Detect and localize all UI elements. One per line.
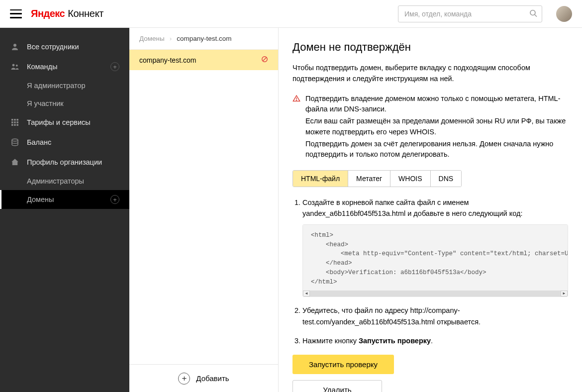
svg-rect-7 xyxy=(16,119,18,121)
sidebar: Все сотрудники Команды + Я администратор… xyxy=(0,28,129,392)
alert-line: Подтвердить домен за счёт делегирования … xyxy=(305,139,568,161)
sidebar-item-teams[interactable]: Команды + xyxy=(0,57,129,77)
sidebar-item-tariffs[interactable]: Тарифы и сервисы xyxy=(0,112,129,132)
domain-row[interactable]: company-test.com xyxy=(129,50,278,70)
app-logo[interactable]: Яндекс Коннект xyxy=(31,8,103,19)
button-row: Запустить проверку Удалить xyxy=(292,355,568,392)
alert-line: Подтвердить владение доменом можно тольк… xyxy=(305,94,568,115)
search-icon[interactable] xyxy=(529,9,537,18)
grid-icon xyxy=(10,117,20,127)
alert-box: Подтвердить владение доменом можно тольк… xyxy=(292,94,568,162)
svg-rect-13 xyxy=(16,124,18,126)
page-title: Домен не подтверждён xyxy=(292,41,568,54)
sidebar-label: Профиль организации xyxy=(27,158,119,166)
add-domain-button[interactable]: + Добавить xyxy=(129,364,278,392)
sidebar-label: Администраторы xyxy=(27,177,119,185)
tab-whois[interactable]: WHOIS xyxy=(390,171,430,187)
breadcrumb-current: company-test.com xyxy=(177,35,231,42)
sidebar-item-domains[interactable]: Домены + xyxy=(0,190,129,209)
plus-icon: + xyxy=(178,373,190,385)
sidebar-label: Домены xyxy=(27,196,110,203)
intro-text: Чтобы подтвердить домен, выберите вкладк… xyxy=(292,63,568,85)
add-icon[interactable]: + xyxy=(110,62,119,71)
search-box xyxy=(398,5,542,22)
alert-line: Если ваш сайт размещён за пределами доме… xyxy=(305,116,568,138)
svg-point-4 xyxy=(16,65,18,67)
svg-line-1 xyxy=(535,14,537,16)
code-block[interactable]: <html> <head> <meta http-equiv="Content-… xyxy=(302,224,568,297)
logo-brand: Яндекс xyxy=(31,8,65,19)
step-1: Создайте в корневой папке сайта файл с и… xyxy=(302,197,568,297)
domain-list: company-test.com xyxy=(129,50,278,364)
step-2: Убедитесь, что файл по адресу http://com… xyxy=(302,305,568,327)
add-label: Добавить xyxy=(196,374,229,383)
verify-tabs: HTML-файл Метатег WHOIS DNS xyxy=(292,170,462,187)
alert-text: Подтвердить владение доменом можно тольк… xyxy=(305,94,568,162)
svg-point-18 xyxy=(296,99,296,100)
menu-hamburger-icon[interactable] xyxy=(10,9,22,18)
sidebar-label: Все сотрудники xyxy=(27,43,119,51)
breadcrumb-root[interactable]: Домены xyxy=(139,35,165,42)
svg-point-2 xyxy=(13,44,16,47)
sidebar-item-org-profile[interactable]: Профиль организации xyxy=(0,152,129,172)
blocked-icon xyxy=(261,56,268,64)
svg-rect-9 xyxy=(14,121,16,123)
search-input[interactable] xyxy=(398,5,542,22)
sidebar-label: Я участник xyxy=(27,99,119,107)
main-content: Домен не подтверждён Чтобы подтвердить д… xyxy=(279,28,582,392)
sidebar-item-admins[interactable]: Администраторы xyxy=(0,172,129,190)
code-content: <html> <head> <meta http-equiv="Content-… xyxy=(311,232,568,286)
domain-column: Домены › company-test.com company-test.c… xyxy=(129,28,279,392)
step-3: Нажмите кнопку Запустить проверку. xyxy=(302,335,568,346)
logo-product: Коннект xyxy=(68,8,103,19)
sidebar-label: Я администратор xyxy=(27,82,119,90)
sidebar-item-team-member[interactable]: Я участник xyxy=(0,95,129,112)
person-icon xyxy=(10,42,20,52)
app-header: Яндекс Коннект xyxy=(0,0,582,28)
add-icon[interactable]: + xyxy=(110,195,119,204)
sidebar-item-team-admin[interactable]: Я администратор xyxy=(0,77,129,95)
breadcrumb: Домены › company-test.com xyxy=(129,28,278,50)
run-check-button[interactable]: Запустить проверку xyxy=(292,355,394,374)
delete-button[interactable]: Удалить xyxy=(292,380,382,392)
warning-icon xyxy=(292,95,300,162)
sidebar-label: Тарифы и сервисы xyxy=(27,118,119,126)
sidebar-label: Баланс xyxy=(27,138,119,146)
svg-rect-11 xyxy=(11,124,13,126)
sidebar-item-balance[interactable]: Баланс xyxy=(0,132,129,152)
tab-dns[interactable]: DNS xyxy=(431,171,462,187)
svg-rect-12 xyxy=(14,124,16,126)
horizontal-scrollbar[interactable] xyxy=(303,291,568,296)
svg-rect-10 xyxy=(16,121,18,123)
sidebar-item-all-employees[interactable]: Все сотрудники xyxy=(0,37,129,57)
chevron-right-icon: › xyxy=(170,35,172,42)
home-icon xyxy=(10,157,20,167)
svg-rect-5 xyxy=(11,119,13,121)
tab-html-file[interactable]: HTML-файл xyxy=(293,171,348,187)
domain-name: company-test.com xyxy=(139,56,196,64)
svg-point-0 xyxy=(530,10,535,15)
svg-point-3 xyxy=(12,64,15,67)
tab-metatag[interactable]: Метатег xyxy=(348,171,390,187)
svg-rect-6 xyxy=(14,119,16,121)
steps: Создайте в корневой папке сайта файл с и… xyxy=(292,197,568,347)
sidebar-label: Команды xyxy=(27,63,110,71)
svg-line-16 xyxy=(263,58,267,61)
stack-icon xyxy=(10,137,20,147)
user-avatar[interactable] xyxy=(556,6,572,22)
svg-point-14 xyxy=(12,139,18,141)
people-icon xyxy=(10,62,20,72)
svg-rect-8 xyxy=(11,121,13,123)
